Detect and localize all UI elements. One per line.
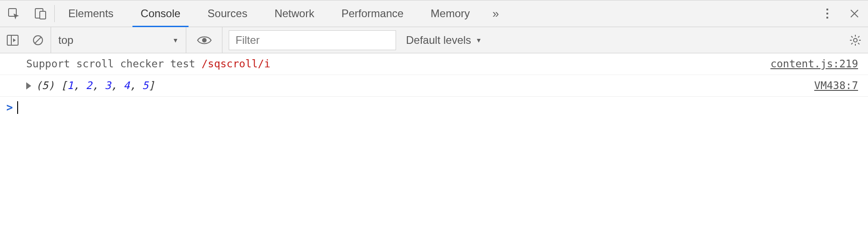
toggle-console-sidebar-icon[interactable]	[0, 34, 25, 46]
log-source-link[interactable]: content.js:219	[761, 57, 858, 71]
inspect-element-icon[interactable]	[0, 0, 27, 27]
svg-point-11	[854, 38, 857, 42]
more-tabs-icon[interactable]: »	[483, 0, 508, 27]
svg-rect-5	[826, 17, 828, 19]
console-prompt[interactable]: >	[0, 97, 868, 114]
svg-rect-3	[826, 9, 828, 10]
chevron-down-icon: ▼	[172, 37, 179, 44]
log-levels-select[interactable]: Default levels ▼	[396, 27, 492, 53]
tab-elements[interactable]: Elements	[55, 0, 127, 27]
execution-context-select[interactable]: top ▼	[51, 27, 186, 53]
kebab-menu-icon[interactable]	[814, 8, 841, 19]
svg-rect-6	[7, 35, 18, 45]
svg-rect-2	[40, 11, 46, 19]
chevron-down-icon: ▼	[476, 37, 482, 44]
text-cursor	[17, 101, 18, 114]
svg-rect-4	[826, 13, 828, 14]
execution-context-label: top	[58, 34, 73, 47]
array-length: (5)	[36, 80, 55, 91]
prompt-chevron-icon: >	[6, 101, 13, 114]
close-icon[interactable]	[841, 8, 868, 19]
svg-point-10	[202, 38, 207, 42]
tab-network[interactable]: Network	[261, 0, 328, 27]
log-levels-label: Default levels	[406, 34, 471, 47]
tab-sources[interactable]: Sources	[194, 0, 261, 27]
log-message: (5) [1, 2, 3, 4, 5]	[26, 79, 805, 93]
regex-literal: /sqscroll/i	[202, 58, 270, 70]
console-log-row: (5) [1, 2, 3, 4, 5] VM438:7	[0, 75, 868, 97]
expand-toggle-icon[interactable]	[26, 82, 31, 89]
console-log-row: Support scroll checker test /sqscroll/i …	[0, 53, 868, 75]
log-source-link[interactable]: VM438:7	[805, 79, 858, 93]
svg-line-9	[35, 37, 41, 43]
console-settings-icon[interactable]	[843, 34, 868, 47]
console-output: Support scroll checker test /sqscroll/i …	[0, 53, 868, 114]
live-expression-icon[interactable]	[186, 27, 222, 53]
tab-console[interactable]: Console	[127, 0, 194, 27]
clear-console-icon[interactable]	[25, 34, 51, 46]
devtools-tabstrip: Elements Console Sources Network Perform…	[0, 0, 868, 27]
console-filter-input[interactable]	[229, 30, 396, 50]
tab-memory[interactable]: Memory	[417, 0, 484, 27]
device-toolbar-icon[interactable]	[27, 0, 54, 27]
console-toolbar: top ▼ Default levels ▼	[0, 27, 868, 53]
tab-performance[interactable]: Performance	[328, 0, 417, 27]
log-message: Support scroll checker test /sqscroll/i	[26, 57, 761, 71]
